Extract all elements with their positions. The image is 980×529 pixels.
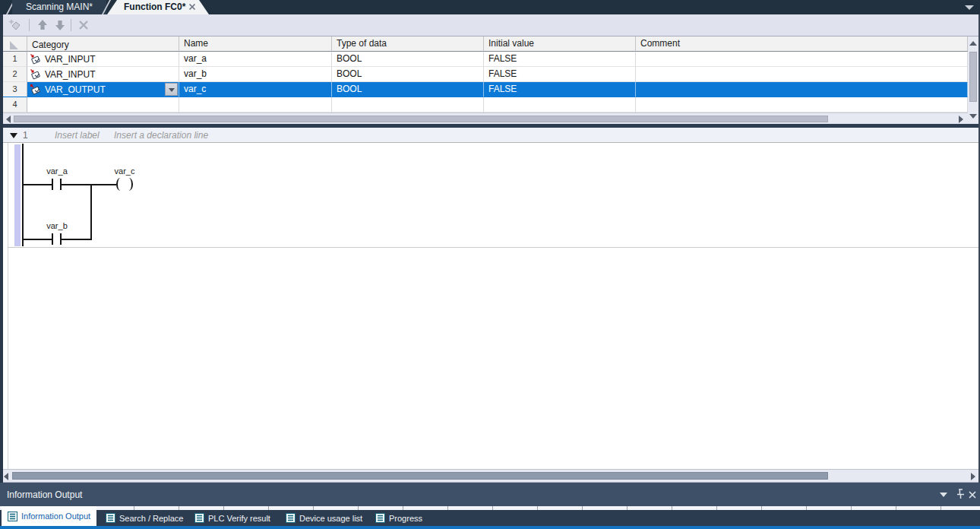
initial-cell[interactable] <box>484 97 636 112</box>
scroll-down-icon[interactable] <box>969 114 977 119</box>
header-type[interactable]: Type of data <box>332 36 484 52</box>
coil-icon[interactable] <box>125 178 133 191</box>
comment-cell[interactable] <box>636 82 968 97</box>
category-value: VAR_OUTPUT <box>45 84 106 95</box>
table-row: 4 <box>3 97 968 112</box>
scroll-left-icon[interactable] <box>4 473 8 480</box>
category-cell[interactable]: VAR_INPUT <box>27 67 179 82</box>
insert-declaration-prompt[interactable]: Insert a declaration line <box>114 130 208 141</box>
insert-label-prompt[interactable]: Insert label <box>55 130 100 141</box>
name-cell[interactable] <box>179 97 332 112</box>
name-cell[interactable]: var_a <box>179 52 332 67</box>
ladder-editor-canvas[interactable] <box>3 128 978 469</box>
category-value: VAR_INPUT <box>45 69 95 80</box>
table-row: 1 VAR_INPUT var_a BOOL FALSE <box>3 52 968 67</box>
window-frame-left <box>0 14 3 483</box>
ladder-margin-line <box>8 143 8 469</box>
type-cell[interactable]: BOOL <box>332 82 484 97</box>
label-input-icon <box>30 53 41 65</box>
type-cell[interactable]: BOOL <box>332 52 484 67</box>
document-tabstrip: Scanning MAIN* Function FC0* <box>0 0 980 14</box>
panel-close-icon[interactable] <box>968 490 977 499</box>
panel-title: Information Output <box>7 489 82 500</box>
plc-ide-window: Scanning MAIN* Function FC0* Category <box>0 0 980 529</box>
coil-icon[interactable] <box>116 178 125 191</box>
tab-label: Information Output <box>21 512 90 521</box>
row-number[interactable]: 1 <box>3 52 27 67</box>
scroll-up-icon[interactable] <box>969 41 977 46</box>
contact-label[interactable]: var_a <box>40 166 74 176</box>
panel-chevron-down-icon[interactable] <box>940 493 947 497</box>
contact-label[interactable]: var_b <box>40 221 74 230</box>
type-cell[interactable]: BOOL <box>332 67 484 82</box>
header-name[interactable]: Name <box>179 36 332 52</box>
toolbar-separator <box>71 19 71 31</box>
tab-information-output[interactable]: Information Output <box>2 506 96 526</box>
category-value: VAR_INPUT <box>45 54 95 65</box>
comment-cell[interactable] <box>636 67 968 82</box>
initial-cell[interactable]: FALSE <box>484 82 636 97</box>
tab-label: Function FC0* <box>124 0 185 14</box>
comment-cell[interactable] <box>636 97 968 112</box>
type-cell[interactable] <box>332 97 484 112</box>
initial-cell[interactable]: FALSE <box>484 52 636 67</box>
tab-label: Device usage list <box>299 514 362 523</box>
tab-device-usage-list[interactable]: Device usage list <box>280 510 368 526</box>
declaration-toolbar <box>0 14 980 36</box>
table-row: 2 VAR_INPUT var_b BOOL FALSE <box>3 67 968 82</box>
delete-icon[interactable] <box>77 18 90 32</box>
scroll-right-icon[interactable] <box>959 116 963 123</box>
move-down-icon[interactable] <box>53 18 67 32</box>
hscroll-thumb[interactable] <box>12 472 828 480</box>
row-number[interactable]: 3 <box>3 82 27 97</box>
category-cell[interactable] <box>27 97 179 112</box>
bottom-accent-bar <box>0 526 980 529</box>
rung-selection-bar[interactable] <box>14 144 21 246</box>
contact-open-icon[interactable] <box>52 233 53 245</box>
name-cell[interactable]: var_c <box>179 82 332 97</box>
contact-open-icon[interactable] <box>52 179 53 190</box>
move-up-icon[interactable] <box>36 18 49 32</box>
comment-cell[interactable] <box>636 52 968 67</box>
wire <box>24 184 52 185</box>
label-input-icon <box>30 68 41 80</box>
tab-overflow-chevron-down-icon[interactable] <box>965 5 974 10</box>
wire <box>24 239 52 240</box>
row-number[interactable]: 2 <box>3 67 27 82</box>
list-icon <box>106 513 115 523</box>
hscroll-thumb[interactable] <box>14 116 828 122</box>
header-initial[interactable]: Initial value <box>484 36 636 52</box>
tab-function-fc0[interactable]: Function FC0* <box>107 0 209 14</box>
list-icon <box>194 513 204 523</box>
table-hscrollbar[interactable] <box>3 112 968 124</box>
header-comment[interactable]: Comment <box>636 36 968 52</box>
output-tabbar: Information Output Search / Replace PLC … <box>0 510 980 526</box>
left-power-rail <box>22 144 24 246</box>
tab-plc-verify-result[interactable]: PLC Verify result <box>188 510 277 526</box>
vscroll-thumb[interactable] <box>969 52 977 102</box>
close-icon[interactable] <box>188 2 197 11</box>
table-vscrollbar[interactable] <box>968 36 978 124</box>
rung-collapse-icon[interactable] <box>10 133 17 138</box>
wire <box>62 239 92 240</box>
tab-progress[interactable]: Progress <box>369 510 428 526</box>
tab-search-replace[interactable]: Search / Replace <box>100 510 189 526</box>
name-cell[interactable]: var_b <box>179 67 332 82</box>
tab-label: Progress <box>389 514 422 523</box>
tab-label: Search / Replace <box>119 514 183 523</box>
category-cell[interactable]: VAR_OUTPUT <box>27 82 179 97</box>
category-cell[interactable]: VAR_INPUT <box>27 52 179 67</box>
pin-icon[interactable] <box>954 488 966 501</box>
ladder-hscrollbar[interactable] <box>0 469 980 483</box>
row-number[interactable]: 4 <box>3 97 27 112</box>
scroll-left-icon[interactable] <box>6 116 11 123</box>
initial-cell[interactable]: FALSE <box>484 67 636 82</box>
tab-scanning-main[interactable]: Scanning MAIN* <box>12 0 106 14</box>
branch-wire <box>90 184 92 240</box>
header-category[interactable]: Category <box>27 36 179 52</box>
coil-label[interactable]: var_c <box>107 166 142 176</box>
category-dropdown-button[interactable] <box>165 83 178 96</box>
new-declaration-icon[interactable] <box>8 18 21 32</box>
scroll-right-icon[interactable] <box>971 473 975 480</box>
select-all-corner[interactable] <box>3 36 27 52</box>
